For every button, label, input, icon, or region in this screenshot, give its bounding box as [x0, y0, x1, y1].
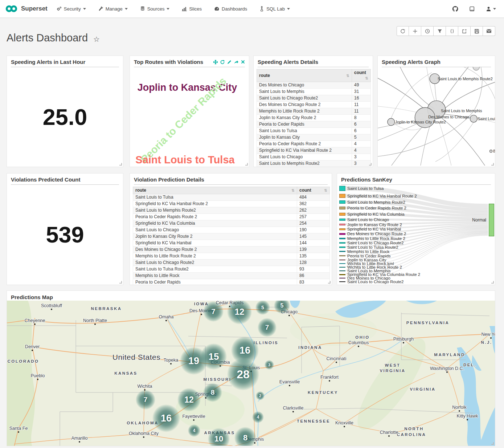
- sankey-node-swatch[interactable]: [339, 255, 345, 256]
- sankey-node-swatch[interactable]: [339, 194, 345, 198]
- sankey-node-swatch[interactable]: [339, 260, 345, 260]
- table-row: Joplin to Kansas City Route 28: [257, 115, 371, 121]
- nav-slices[interactable]: Slices: [182, 6, 202, 12]
- sankey-node-swatch[interactable]: [339, 213, 345, 216]
- resize-handle-icon[interactable]: [119, 163, 122, 166]
- sankey-node-swatch[interactable]: [339, 274, 345, 275]
- filter-button[interactable]: [434, 26, 446, 36]
- sankey-node-label: Saint Louis to Tulsa: [347, 186, 384, 191]
- nav-sql-lab[interactable]: SQL Lab: [259, 6, 290, 12]
- resize-handle-icon[interactable]: [369, 163, 372, 166]
- table-row: Joplin to Kansas City5: [257, 134, 371, 141]
- force-directed-graph[interactable]: Saint Louis to Memphis Route2Saint Louis…: [378, 67, 495, 166]
- sankey-node-swatch[interactable]: [339, 267, 345, 268]
- page-title-row: Alerts Dashboard ☆: [7, 32, 100, 44]
- sankey-node-label: Peoria to Ceder Rapids Route 2: [347, 206, 406, 210]
- refresh-icon[interactable]: [220, 60, 225, 64]
- sankey-node-swatch[interactable]: [339, 238, 345, 239]
- nav-dashboards[interactable]: Dashboards: [214, 6, 247, 12]
- slice-actions: [213, 60, 245, 64]
- css-button[interactable]: [446, 26, 458, 36]
- sankey-node-swatch[interactable]: [339, 228, 345, 230]
- sankey-node-label: Saint Louis to Chicago Route2: [347, 280, 403, 284]
- sankey-node-swatch[interactable]: [339, 270, 345, 271]
- nav-manage[interactable]: Manage: [98, 6, 128, 12]
- user-menu[interactable]: [486, 6, 496, 12]
- sankey-node-label: Memphis to Little Rock: [347, 249, 389, 254]
- dashboard-icon: [214, 6, 220, 11]
- graph-node-label: 8: [493, 149, 495, 153]
- sankey-node-label: Springfield to KC Via Columbia: [347, 212, 405, 216]
- sankey-node-swatch[interactable]: [339, 242, 345, 244]
- chevron-down-icon: [83, 8, 86, 11]
- sankey-target-node[interactable]: [489, 204, 494, 236]
- schedule-button[interactable]: [421, 26, 434, 36]
- nav-sources[interactable]: Sources: [140, 6, 170, 12]
- superset-logo[interactable]: Superset: [0, 5, 56, 13]
- save-icon: [474, 29, 479, 34]
- column-header-route[interactable]: route⇅: [133, 187, 297, 194]
- edit-button[interactable]: [458, 26, 471, 36]
- edit-pencil-icon[interactable]: [227, 60, 231, 64]
- graph-node[interactable]: [490, 150, 492, 152]
- sankey-node-swatch[interactable]: [339, 247, 345, 248]
- map-canvas[interactable]: NEBRASKACOLORADOKANSASIOWAMISSOURIILLINO…: [7, 301, 495, 446]
- favorite-star-icon[interactable]: ☆: [93, 35, 100, 44]
- sankey-node-swatch[interactable]: [339, 219, 345, 221]
- nav-security[interactable]: Security: [56, 6, 86, 12]
- column-header-route[interactable]: route⇅: [257, 69, 352, 82]
- table-row: Peoria to Ceder Rapids Route 24: [257, 141, 371, 147]
- panel-word-cloud: Top Routes with Violations Joplin to Kan…: [130, 56, 249, 167]
- add-slices-button[interactable]: [409, 26, 421, 36]
- resize-handle-icon[interactable]: [491, 163, 494, 166]
- superset-dashboard: Superset Security Manage Sources Slices: [0, 0, 504, 448]
- resize-handle-icon[interactable]: [119, 281, 122, 284]
- sankey-node-label: Peoria to Ceder Rapids: [347, 254, 391, 258]
- plus-icon: [413, 29, 418, 34]
- column-header-count[interactable]: count⇅: [297, 187, 330, 194]
- map-cluster-marker: 16: [152, 404, 180, 432]
- resize-handle-icon[interactable]: [491, 281, 494, 284]
- map-cluster-marker: 8: [234, 427, 256, 446]
- refresh-icon: [400, 29, 405, 34]
- sankey-node-swatch[interactable]: [339, 207, 345, 209]
- map-cluster-marker: 7: [136, 390, 155, 410]
- panel-title: Speeding Alerts Graph: [382, 59, 441, 65]
- map-cluster-marker: 2: [256, 391, 265, 400]
- close-icon[interactable]: [241, 60, 245, 64]
- column-header-count[interactable]: count⇅: [352, 69, 371, 82]
- table-row: Saint Louis to Tulsa484: [133, 194, 330, 201]
- sort-icon: ⇅: [347, 73, 349, 78]
- panel-speeding-alerts-graph: Speeding Alerts Graph: [377, 56, 495, 167]
- sankey-node-swatch[interactable]: [339, 263, 345, 264]
- share-icon[interactable]: [234, 60, 238, 64]
- nav-menu: Security Manage Sources Slices Dashboard…: [56, 6, 290, 12]
- nav-label: Security: [64, 6, 81, 12]
- graph-node[interactable]: [470, 115, 477, 122]
- docs-link[interactable]: [469, 6, 475, 12]
- email-icon: [486, 29, 492, 33]
- sankey-node-swatch[interactable]: [339, 224, 345, 225]
- refresh-button[interactable]: [397, 26, 409, 36]
- resize-handle-icon[interactable]: [328, 281, 331, 284]
- graph-node[interactable]: [388, 118, 395, 126]
- resize-handle-icon[interactable]: [245, 163, 248, 166]
- graph-node-label: Saint Louis t: [478, 117, 495, 121]
- panel-title: Violation Prediction Details: [134, 176, 204, 183]
- css-icon: [450, 29, 455, 34]
- sankey-node-swatch[interactable]: [339, 281, 345, 282]
- save-button[interactable]: [471, 26, 483, 36]
- table-row: Memphis to Little Rock86: [133, 273, 330, 279]
- resize-handle-icon[interactable]: [491, 442, 494, 445]
- sankey-node-swatch[interactable]: [339, 233, 345, 235]
- sankey-node-swatch[interactable]: [339, 186, 345, 191]
- sankey-node-swatch[interactable]: [339, 278, 345, 278]
- move-icon[interactable]: [213, 60, 218, 64]
- table-row: Des Moines to Chicago Route 211: [257, 102, 371, 108]
- github-link[interactable]: [452, 6, 458, 12]
- email-button[interactable]: [483, 26, 495, 36]
- sankey-node-swatch[interactable]: [339, 200, 345, 204]
- wrench-icon: [98, 6, 103, 11]
- sankey-node-swatch[interactable]: [339, 251, 345, 252]
- user-icon: [486, 6, 491, 12]
